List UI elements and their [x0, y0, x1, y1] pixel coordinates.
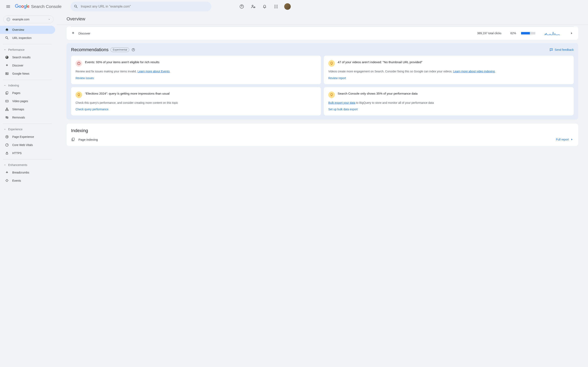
reco-title: Events: 93% of your items aren't eligibl… [85, 60, 159, 67]
bell-icon [262, 4, 267, 9]
sidebar: example.com Overview URL inspection Perf… [0, 13, 57, 184]
sidebar-item-search-results[interactable]: Search results [0, 53, 55, 61]
check-query-button[interactable]: Check query performance [76, 108, 294, 111]
g-icon [5, 55, 9, 59]
sitemap-icon [5, 107, 9, 111]
review-issues-button[interactable]: Review issues [76, 76, 294, 80]
experimental-badge: Experimental [111, 48, 129, 52]
sidebar-section-experience[interactable]: Experience [0, 126, 57, 133]
svg-point-24 [133, 50, 134, 50]
users-button[interactable] [249, 2, 257, 11]
svg-point-9 [277, 6, 278, 7]
breadcrumb-icon [5, 170, 9, 175]
discover-label: Discover [78, 32, 90, 35]
apps-grid-icon [274, 4, 278, 9]
sidebar-item-overview[interactable]: Overview [0, 26, 55, 34]
diamond-icon [5, 179, 9, 183]
learn-more-link[interactable]: Learn more about Events [138, 70, 169, 73]
recommendations-section: Recommendations Experimental Send feedba… [67, 43, 294, 119]
search-icon [5, 36, 9, 40]
svg-rect-17 [6, 110, 7, 111]
sidebar-section-indexing[interactable]: Indexing [0, 82, 57, 89]
svg-rect-22 [6, 153, 8, 154]
google-logo-icon [15, 4, 30, 9]
reco-description: Check this query's performance, and cons… [76, 101, 294, 105]
sidebar-item-core-web-vitals[interactable]: Core Web Vitals [0, 141, 55, 149]
url-inspect-search[interactable] [70, 2, 211, 11]
page-title: Overview [67, 16, 85, 22]
sidebar-item-pages[interactable]: Pages [0, 89, 55, 97]
section-title: Performance [8, 48, 25, 51]
svg-point-12 [277, 8, 278, 8]
notifications-button[interactable] [260, 2, 269, 11]
indexing-card: Indexing Page indexing Full report [67, 124, 294, 146]
lightbulb-icon [76, 92, 82, 98]
url-inspect-input[interactable] [81, 5, 208, 8]
svg-point-1 [242, 7, 242, 8]
property-domain: example.com [12, 18, 48, 21]
sidebar-item-label: URL inspection [12, 36, 31, 40]
svg-point-11 [276, 8, 277, 8]
product-logo: Search Console [15, 4, 61, 9]
performance-card: Discover 389,197 total clicks 62% [67, 26, 294, 40]
apps-button[interactable] [272, 2, 280, 11]
sidebar-item-google-news[interactable]: Google News [0, 69, 55, 78]
indexing-title: Indexing [71, 128, 294, 133]
pages-icon [71, 137, 75, 142]
page-indexing-row[interactable]: Page indexing Full report [71, 137, 294, 142]
news-icon [5, 72, 9, 76]
sparkle-icon [5, 63, 9, 67]
sidebar-item-breadcrumbs[interactable]: Breadcrumbs [0, 168, 55, 176]
alert-icon [76, 60, 82, 67]
sidebar-item-removals[interactable]: Removals [0, 113, 55, 122]
discover-row[interactable]: Discover 389,197 total clicks 62% [67, 27, 294, 40]
recommendations-help[interactable] [131, 48, 135, 52]
chevron-down-icon [48, 18, 51, 21]
svg-rect-18 [7, 110, 8, 111]
home-icon [5, 28, 9, 32]
video-icon [5, 99, 9, 103]
sidebar-item-url-inspection[interactable]: URL inspection [0, 34, 55, 42]
reco-description: Review and fix issues making your items … [76, 69, 294, 74]
svg-rect-16 [7, 108, 8, 109]
svg-rect-26 [72, 138, 74, 141]
sidebar-item-discover[interactable]: Discover [0, 61, 55, 69]
help-icon [239, 4, 244, 9]
svg-point-6 [277, 5, 278, 6]
search-icon [74, 4, 78, 9]
sidebar-item-sitemaps[interactable]: Sitemaps [0, 105, 55, 113]
sidebar-item-video-pages[interactable]: Video pages [0, 97, 55, 105]
reco-card-events: Events: 93% of your items aren't eligibl… [71, 56, 294, 84]
lock-icon [5, 151, 9, 155]
chevron-down-icon [4, 84, 6, 87]
sidebar-item-events[interactable]: Events [0, 176, 55, 184]
property-selector[interactable]: example.com [3, 16, 53, 23]
svg-point-4 [274, 5, 275, 6]
reco-card-elections: “Elections 2024”: query is getting more … [71, 87, 294, 116]
svg-point-5 [276, 5, 277, 6]
pages-icon [5, 91, 9, 95]
chevron-down-icon [4, 128, 6, 131]
help-button[interactable] [238, 2, 246, 11]
product-name: Search Console [31, 4, 61, 9]
hamburger-menu-button[interactable] [3, 2, 13, 11]
globe-icon [6, 17, 10, 21]
sidebar-section-enhancements[interactable]: Enhancements [0, 161, 57, 168]
sidebar-item-page-experience[interactable]: Page Experience [0, 133, 55, 141]
help-icon [131, 48, 135, 52]
account-avatar[interactable] [284, 3, 291, 10]
sidebar-section-performance[interactable]: Performance [0, 46, 57, 53]
chevron-down-icon [4, 49, 6, 51]
svg-point-8 [276, 6, 277, 7]
chevron-down-icon [4, 164, 6, 166]
sidebar-item-https[interactable]: HTTPS [0, 149, 55, 157]
hamburger-icon [6, 4, 11, 9]
sparkle-icon [71, 31, 75, 35]
svg-rect-14 [6, 92, 8, 94]
svg-point-2 [252, 5, 253, 6]
user-settings-icon [251, 4, 256, 9]
badge-icon [5, 135, 9, 139]
svg-point-10 [274, 8, 275, 8]
gauge-icon [5, 143, 9, 147]
sidebar-item-label: Overview [12, 28, 24, 31]
